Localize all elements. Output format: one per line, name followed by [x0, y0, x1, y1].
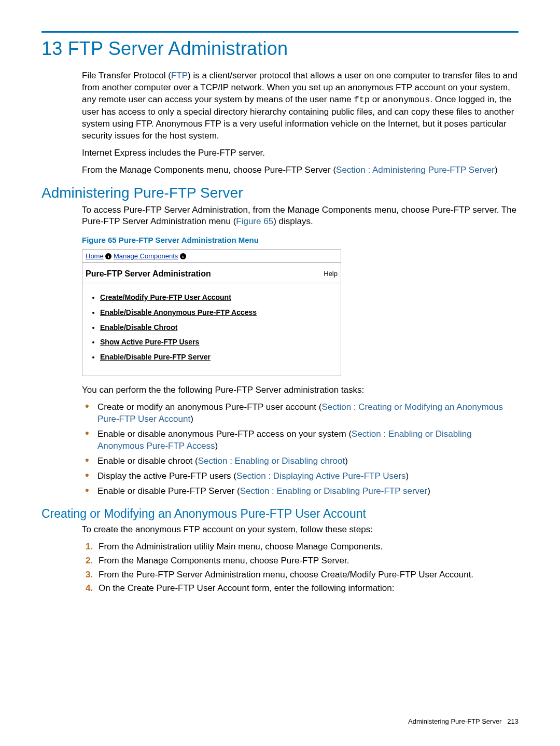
- intro-paragraph-1: File Transfer Protocol (FTP) is a client…: [82, 70, 519, 142]
- breadcrumb: Home i Manage Components i: [82, 250, 341, 264]
- menu-link-create-modify[interactable]: Create/Modify Pure-FTP User Account: [100, 293, 231, 301]
- menu-link-enable-server[interactable]: Enable/Disable Pure-FTP Server: [100, 353, 211, 361]
- panel-title: Pure-FTP Server Administration: [86, 268, 211, 280]
- link-admin-pureftp[interactable]: Section : Administering Pure-FTP Server: [336, 165, 495, 175]
- section-admin-pureftp: Administering Pure-FTP Server: [41, 185, 519, 201]
- chapter-title-text: FTP Server Administration: [68, 38, 288, 59]
- link-section-chroot[interactable]: Section : Enabling or Disabling chroot: [198, 456, 345, 466]
- sec1-paragraph: To access Pure-FTP Server Administration…: [82, 204, 519, 228]
- menu-item: Create/Modify Pure-FTP User Account: [100, 293, 335, 302]
- link-section-active[interactable]: Section : Displaying Active Pure-FTP Use…: [236, 471, 406, 481]
- intro-paragraph-3: From the Manage Components menu, choose …: [82, 164, 519, 176]
- sec2-lead: To create the anonymous FTP account on y…: [82, 524, 519, 536]
- admin-menu: Create/Modify Pure-FTP User Account Enab…: [100, 293, 335, 362]
- menu-link-show-active[interactable]: Show Active Pure-FTP Users: [100, 338, 199, 346]
- crumb-manage[interactable]: Manage Components: [114, 252, 178, 260]
- menu-item: Enable/Disable Pure-FTP Server: [100, 352, 335, 362]
- code-anonymous: anonymous: [383, 95, 430, 105]
- help-link[interactable]: Help: [324, 269, 338, 279]
- figure-caption: Figure 65 Pure-FTP Server Administration…: [82, 235, 519, 245]
- menu-link-enable-anon[interactable]: Enable/Disable Anonymous Pure-FTP Access: [100, 308, 257, 316]
- info-icon[interactable]: i: [105, 253, 111, 259]
- menu-link-enable-chroot[interactable]: Enable/Disable Chroot: [100, 323, 177, 331]
- list-item: Enable or disable chroot (Section : Enab…: [82, 455, 519, 467]
- crumb-home[interactable]: Home: [86, 252, 104, 260]
- list-item: Enable or disable Pure-FTP Server (Secti…: [82, 486, 519, 498]
- menu-item: Show Active Pure-FTP Users: [100, 337, 335, 347]
- subsection-create-modify: Creating or Modifying an Anonymous Pure-…: [41, 507, 519, 521]
- code-ftp: ftp: [354, 95, 370, 105]
- tasks-lead: You can perform the the following Pure-F…: [82, 384, 519, 396]
- intro-paragraph-2: Internet Express includes the Pure-FTP s…: [82, 147, 519, 159]
- step-item: On the Create Pure-FTP User Account form…: [95, 583, 519, 595]
- footer-section: Administering Pure-FTP Server: [408, 717, 501, 725]
- page-footer: Administering Pure-FTP Server 213: [408, 717, 519, 725]
- list-item: Create or modify an anonymous Pure-FTP u…: [82, 402, 519, 425]
- step-item: From the Pure-FTP Server Administration …: [95, 569, 519, 581]
- chapter-number: 13: [41, 38, 62, 59]
- steps-list: From the Administration utility Main men…: [82, 541, 519, 595]
- link-ftp[interactable]: FTP: [171, 71, 188, 80]
- step-item: From the Administration utility Main men…: [95, 541, 519, 553]
- step-item: From the Manage Components menu, choose …: [95, 555, 519, 567]
- footer-page-number: 213: [507, 717, 519, 725]
- link-section-server[interactable]: Section : Enabling or Disabling Pure-FTP…: [240, 486, 428, 496]
- figure-screenshot: Home i Manage Components i Pure-FTP Serv…: [82, 249, 341, 377]
- list-item: Display the active Pure-FTP users (Secti…: [82, 471, 519, 482]
- menu-item: Enable/Disable Anonymous Pure-FTP Access: [100, 308, 335, 317]
- list-item: Enable or disable anonymous Pure-FTP acc…: [82, 429, 519, 452]
- link-figure-65[interactable]: Figure 65: [236, 216, 273, 226]
- info-icon[interactable]: i: [180, 253, 186, 259]
- tasks-list: Create or modify an anonymous Pure-FTP u…: [82, 402, 519, 498]
- menu-item: Enable/Disable Chroot: [100, 323, 335, 333]
- chapter-title: 13 FTP Server Administration: [41, 38, 519, 60]
